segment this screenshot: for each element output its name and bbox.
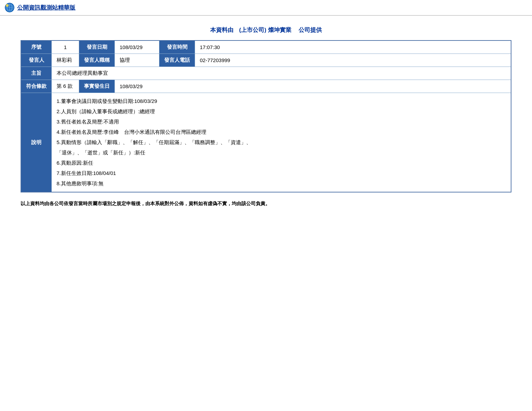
desc-line-4: 4.新任者姓名及簡歷:李佳峰 台灣小米通訊有限公司台灣區總經理 <box>57 127 506 137</box>
desc-line-9: 8.其他應敘明事項:無 <box>57 178 506 189</box>
table-row-4: 符合條款 第 6 款 事實發生日 108/03/29 <box>21 80 511 93</box>
page-content: 本資料由 (上市公司) 燦坤實業 公司提供 序號 1 發言日期 108/03/2… <box>0 16 532 217</box>
desc-line-2: 2.人員別（請輸入董事長或總經理）:總經理 <box>57 106 506 117</box>
table-row-3: 主旨 本公司總經理異動事宜 <box>21 67 511 80</box>
value-speaker-title: 協理 <box>115 54 159 67</box>
header-bar: 公開資訊觀測站精華版 <box>0 0 532 16</box>
table-row-5: 說明 1.董事會決議日期或發生變動日期:108/03/29 2.人員別（請輸入董… <box>21 93 511 192</box>
globe-icon <box>5 3 14 12</box>
desc-line-8: 7.新任生效日期:108/04/01 <box>57 168 506 178</box>
value-speech-date: 108/03/29 <box>115 40 159 54</box>
footer-note: 以上資料均由各公司依發言當時所屬市場別之規定申報後，由本系統對外公佈，資料如有虛… <box>21 201 511 207</box>
svg-point-7 <box>6 4 9 7</box>
source-title: 本資料由 (上市公司) 燦坤實業 公司提供 <box>21 26 511 34</box>
label-seqno: 序號 <box>21 40 52 54</box>
value-event-date: 108/03/29 <box>115 80 511 93</box>
desc-line-3: 3.舊任者姓名及簡歷:不適用 <box>57 117 506 127</box>
label-speaker-title: 發言人職稱 <box>79 54 115 67</box>
label-clause: 符合條款 <box>21 80 52 93</box>
site-title: 公開資訊觀測站精華版 <box>17 4 75 12</box>
desc-line-6: 「退休」、「逝世」或「新任」）:新任 <box>57 148 506 158</box>
table-row-1: 序號 1 發言日期 108/03/29 發言時間 17:07:30 <box>21 40 511 54</box>
label-speech-time: 發言時間 <box>159 40 195 54</box>
label-speaker-phone: 發言人電話 <box>159 54 195 67</box>
table-row-2: 發言人 林彩莉 發言人職稱 協理 發言人電話 02-77203999 <box>21 54 511 67</box>
main-table: 序號 1 發言日期 108/03/29 發言時間 17:07:30 發言人 林彩… <box>21 40 511 192</box>
value-speaker: 林彩莉 <box>52 54 79 67</box>
value-clause: 第 6 款 <box>52 80 79 93</box>
value-subject: 本公司總經理異動事宜 <box>52 67 511 80</box>
label-description: 說明 <box>21 93 52 192</box>
value-speaker-phone: 02-77203999 <box>195 54 511 67</box>
value-seqno: 1 <box>52 40 79 54</box>
label-speech-date: 發言日期 <box>79 40 115 54</box>
desc-line-1: 1.董事會決議日期或發生變動日期:108/03/29 <box>57 96 506 106</box>
value-speech-time: 17:07:30 <box>195 40 511 54</box>
desc-line-7: 6.異動原因:新任 <box>57 158 506 168</box>
label-event-date: 事實發生日 <box>79 80 115 93</box>
label-subject: 主旨 <box>21 67 52 80</box>
value-description: 1.董事會決議日期或發生變動日期:108/03/29 2.人員別（請輸入董事長或… <box>52 93 511 192</box>
label-speaker: 發言人 <box>21 54 52 67</box>
desc-line-5: 5.異動情形（請輸入「辭職」、「解任」、「任期屆滿」、「職務調整」、「資遣」、 <box>57 137 506 148</box>
